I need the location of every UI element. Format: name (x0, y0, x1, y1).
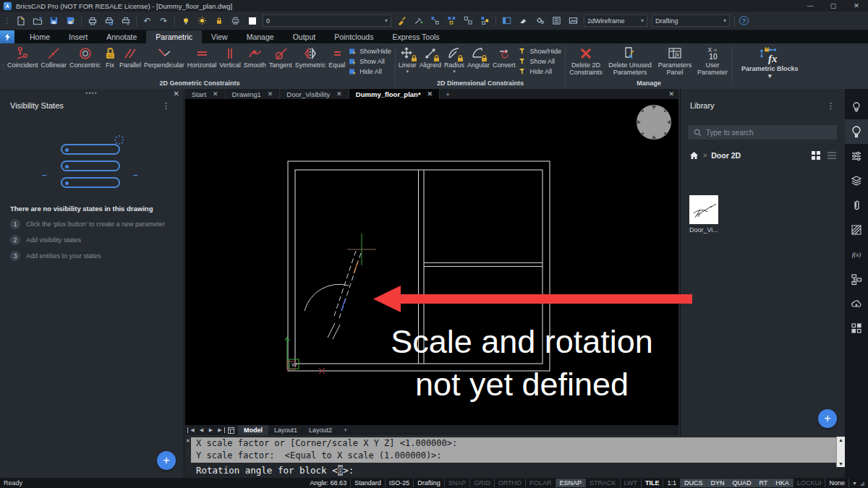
document-tab[interactable]: Dummy_floor_plan* ✕ (349, 89, 440, 99)
tangent-button[interactable]: Tangent (268, 43, 294, 69)
chevron-down-icon[interactable]: ▾ (407, 69, 409, 74)
layer-dropdown[interactable]: 0 ▾ (263, 14, 391, 27)
status-field[interactable]: POLAR (526, 479, 556, 487)
layout-tab[interactable]: Model (238, 425, 268, 435)
document-tab[interactable]: Start ✕ (185, 89, 226, 99)
status-caret-icon[interactable]: ▼ (849, 481, 860, 486)
rail-item-components[interactable] (845, 316, 868, 341)
plot-button[interactable] (86, 14, 98, 27)
geo-hide-all-button[interactable]: Hide All (349, 67, 391, 76)
ribbon-tab[interactable]: Manage (237, 30, 284, 43)
ribbon-tab[interactable]: Parametric (146, 30, 202, 43)
new-document-tab-button[interactable]: + (440, 89, 456, 99)
rail-item-properties[interactable] (845, 144, 868, 168)
eyedropper-button[interactable] (412, 14, 425, 27)
status-field[interactable]: 1:1 (663, 479, 681, 487)
drawing-canvas[interactable]: W Scale and rotation not yet defined (185, 99, 678, 425)
library-item-thumbnail[interactable] (689, 195, 718, 224)
command-history[interactable]: X scale factor or [Corner/scale X Y Z] <… (191, 437, 836, 463)
library-search-input[interactable]: Type to search (688, 125, 837, 140)
home-icon[interactable] (689, 151, 699, 160)
status-field[interactable]: TILE (642, 479, 664, 487)
rail-item-library[interactable] (845, 119, 868, 144)
delete-2d-constraints-button[interactable]: Delete 2D Constraints (567, 43, 605, 76)
tab-close-icon[interactable]: ✕ (336, 90, 342, 98)
status-field[interactable]: ISO-25 (386, 479, 414, 487)
smooth-button[interactable]: Smooth (242, 43, 268, 69)
ribbon-tab[interactable]: Home (20, 30, 59, 43)
help-icon[interactable]: ? (739, 16, 749, 25)
panels-button[interactable] (501, 14, 513, 27)
parametric-blocks-button[interactable]: fx Parametric Blocks ▾ (734, 43, 806, 80)
list-view-icon[interactable] (827, 151, 837, 160)
publish-button[interactable] (119, 14, 132, 27)
geo-show-hide-button[interactable]: Show/Hide (349, 47, 391, 56)
dim-hide-all-button[interactable]: Hide All (519, 67, 561, 76)
status-field[interactable]: SNAP (445, 479, 471, 487)
ribbon-tab[interactable]: Annotate (97, 30, 146, 43)
layout-tab[interactable]: Layout1 (268, 425, 303, 435)
redo-button[interactable]: ↷ (158, 14, 170, 27)
status-field[interactable]: None (825, 479, 849, 487)
last-layout-icon[interactable]: ▶ (216, 427, 225, 433)
equal-button[interactable]: Equal (327, 43, 346, 69)
command-prompt[interactable]: Rotation angle for block <0>: (191, 465, 354, 476)
aligned-button[interactable]: Aligned (418, 43, 443, 69)
save-as-button[interactable] (64, 14, 77, 27)
status-field[interactable]: STRACK (586, 479, 621, 487)
drawing-explorer-button[interactable] (550, 14, 563, 27)
geo-show-all-button[interactable]: Show All (349, 57, 391, 66)
rail-item-layers[interactable] (845, 168, 868, 193)
selection-modes-button[interactable] (429, 14, 441, 27)
workspace-dropdown[interactable]: Drafting ▾ (652, 14, 730, 27)
first-layout-icon[interactable]: ◀ (187, 427, 197, 433)
settings-button[interactable] (534, 14, 546, 27)
horizontal-button[interactable]: Horizontal (186, 43, 218, 69)
structure-select-button[interactable] (479, 14, 491, 27)
scroll-up-icon[interactable]: ▲ (838, 437, 843, 442)
ribbon-tab[interactable]: View (202, 30, 237, 43)
dim-show-all-button[interactable]: Show All (519, 57, 561, 66)
status-field[interactable]: ESNAP (556, 479, 587, 487)
rail-item-cloud[interactable] (845, 291, 868, 316)
coincident-button[interactable]: Coincident (6, 43, 40, 69)
close-icon[interactable]: ✕ (845, 0, 868, 12)
maximize-icon[interactable]: ▢ (822, 0, 845, 12)
visual-style-dropdown[interactable]: 2dWireframe ▾ (584, 14, 647, 27)
symmetric-button[interactable]: Symmetric (294, 43, 328, 69)
quick-select-button[interactable] (462, 14, 475, 27)
rail-item-structure[interactable] (845, 267, 868, 291)
document-tab[interactable]: Drawing1 ✕ (226, 89, 281, 99)
rail-item-hatch[interactable] (845, 218, 868, 242)
add-visibility-parameter-button[interactable]: + (157, 451, 176, 470)
status-field[interactable]: RT (756, 479, 773, 487)
eraser-button[interactable] (517, 14, 529, 27)
print-preview-button[interactable] (103, 14, 115, 27)
status-field[interactable]: Drafting (414, 479, 445, 487)
rail-item-attachments[interactable] (845, 193, 868, 218)
breadcrumb-current[interactable]: Door 2D (711, 151, 741, 160)
minimize-icon[interactable]: — (799, 0, 822, 12)
next-layout-icon[interactable]: ▶ (206, 427, 216, 433)
user-parameter-button[interactable]: X =10 User Parameter (694, 43, 731, 76)
status-field[interactable]: GRID (470, 479, 495, 487)
new-file-button[interactable] (14, 14, 27, 27)
status-field[interactable]: LWT (621, 479, 642, 487)
status-field[interactable]: Angle: 68.63 (307, 479, 352, 487)
collinear-button[interactable]: Collinear (40, 43, 69, 69)
status-field[interactable]: LOCKUI (793, 479, 826, 487)
match-properties-button[interactable] (396, 14, 408, 27)
undo-button[interactable]: ↶ (141, 14, 153, 27)
add-library-item-button[interactable]: + (818, 409, 837, 428)
rail-item-parameters[interactable]: f(x) (845, 242, 868, 267)
vertical-button[interactable]: Vertical (218, 43, 242, 69)
library-item-label[interactable]: Door_Vi... (689, 226, 718, 234)
prev-layout-icon[interactable]: ◀ (197, 427, 206, 433)
kebab-menu-icon[interactable]: ⋮ (827, 101, 835, 111)
layer-plot-button[interactable] (229, 14, 242, 27)
linear-button[interactable]: Linear ▾ (397, 43, 418, 74)
layer-color-swatch[interactable] (246, 14, 258, 27)
command-close-icon[interactable]: ✕ (186, 438, 190, 443)
tab-close-icon[interactable]: ✕ (427, 90, 433, 98)
new-layout-button[interactable]: + (338, 427, 353, 434)
